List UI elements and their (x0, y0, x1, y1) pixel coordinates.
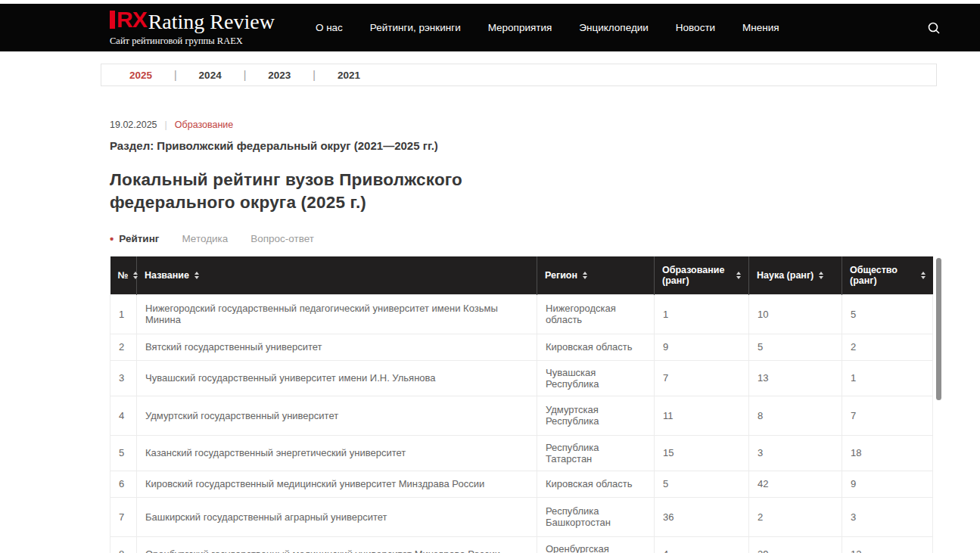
cell-region: Оренбургская область (537, 536, 655, 553)
table-row: 1Нижегородский государственный педагогич… (110, 294, 933, 334)
cell-edu: 15 (655, 435, 749, 471)
cell-science: 3 (749, 435, 842, 471)
cell-num: 3 (110, 360, 137, 396)
logo-name: Rating Review (148, 11, 275, 33)
cell-society: 1 (842, 360, 933, 396)
year-tab-bar: 2025|2024|2023|2021 (101, 64, 937, 86)
col-label: Регион (545, 270, 577, 281)
col-header-education[interactable]: Образование (ранг) (655, 256, 749, 294)
sort-icon[interactable] (583, 272, 587, 279)
cell-name: Оренбургский государственный медицинский… (137, 536, 537, 553)
nav-item[interactable]: Мнения (742, 22, 779, 33)
cell-region: Республика Башкортостан (537, 497, 655, 536)
nav-item[interactable]: Мероприятия (488, 22, 552, 33)
col-header-region[interactable]: Регион (537, 256, 655, 294)
ranking-table-wrap: № Название Регион Образование (ранг) Нау… (110, 256, 932, 553)
table-row: 6Кировский государственный медицинский у… (110, 471, 933, 497)
cell-region: Кировская область (537, 334, 655, 360)
search-button[interactable] (927, 21, 941, 35)
cell-num: 6 (110, 471, 137, 497)
cell-region: Удмуртская Республика (537, 396, 655, 435)
cell-society: 5 (842, 294, 933, 334)
col-header-science[interactable]: Наука (ранг) (749, 256, 842, 294)
category-link[interactable]: Образование (175, 120, 233, 130)
year-tab-2025[interactable]: 2025 (112, 70, 170, 81)
sort-icon[interactable] (819, 272, 823, 279)
article-tab-2[interactable]: Методика (182, 233, 228, 244)
year-divider: | (174, 69, 177, 81)
article-tabs: •РейтингМетодикаВопрос-ответ (110, 233, 937, 244)
nav-item[interactable]: Новости (676, 22, 715, 33)
sort-icon[interactable] (133, 272, 138, 279)
cell-region: Кировская область (537, 471, 655, 497)
table-row: 3Чувашский государственный университет и… (110, 360, 933, 396)
table-row: 5Казанский государственный энергетически… (110, 435, 933, 471)
col-label: Общество (ранг) (850, 265, 916, 286)
cell-name: Удмуртский государственный университет (137, 396, 537, 435)
year-divider: | (244, 69, 247, 81)
cell-region: Чувашская Республика (537, 360, 655, 396)
cell-num: 8 (110, 536, 137, 553)
sort-icon[interactable] (736, 272, 741, 279)
meta-divider: | (165, 120, 167, 130)
table-row: 4Удмуртский государственный университетУ… (110, 396, 933, 435)
publish-date: 19.02.2025 (110, 120, 157, 130)
logo-subtitle: Сайт рейтинговой группы RAEX (110, 36, 275, 47)
article-tab-1[interactable]: •Рейтинг (110, 233, 159, 244)
cell-edu: 7 (655, 360, 749, 396)
cell-region: Республика Татарстан (537, 435, 655, 471)
ranking-table: № Название Регион Образование (ранг) Нау… (110, 256, 933, 553)
cell-edu: 1 (655, 294, 749, 334)
site-logo[interactable]: RX Rating Review Сайт рейтинговой группы… (110, 8, 275, 47)
cell-science: 39 (749, 536, 842, 553)
nav-item[interactable]: О нас (316, 22, 343, 33)
article-tab-label: Рейтинг (119, 233, 159, 244)
site-header: RX Rating Review Сайт рейтинговой группы… (0, 4, 980, 51)
section-line: Раздел: Приволжский федеральный округ (2… (110, 139, 937, 152)
table-row: 7Башкирский государственный аграрный уни… (110, 497, 933, 536)
nav-item[interactable]: Рейтинги, рэнкинги (370, 22, 461, 33)
cell-edu: 9 (655, 334, 749, 360)
table-scrollbar[interactable] (936, 258, 941, 400)
col-label: Образование (ранг) (662, 265, 731, 286)
cell-edu: 11 (655, 396, 749, 435)
cell-name: Чувашский государственный университет им… (137, 360, 537, 396)
cell-science: 2 (749, 497, 842, 536)
cell-num: 7 (110, 497, 137, 536)
cell-science: 42 (749, 471, 842, 497)
sort-icon[interactable] (194, 272, 199, 279)
cell-science: 5 (749, 334, 842, 360)
cell-society: 2 (842, 334, 933, 360)
cell-society: 12 (842, 536, 933, 553)
active-tab-bullet-icon: • (110, 233, 114, 244)
cell-edu: 36 (655, 497, 749, 536)
main-nav: О насРейтинги, рэнкингиМероприятияЭнцикл… (316, 22, 779, 33)
cell-num: 1 (110, 294, 137, 334)
year-tab-2021[interactable]: 2021 (320, 70, 378, 81)
article-tab-3[interactable]: Вопрос-ответ (250, 233, 314, 244)
article-tab-label: Вопрос-ответ (250, 233, 314, 244)
year-tab-2023[interactable]: 2023 (250, 70, 308, 81)
col-header-society[interactable]: Общество (ранг) (842, 256, 933, 294)
table-body: 1Нижегородский государственный педагогич… (110, 294, 933, 553)
cell-society: 9 (842, 471, 933, 497)
col-header-num[interactable]: № (110, 256, 137, 294)
page-title: Локальный рейтинг вузов Приволжского фед… (110, 169, 473, 213)
cell-region: Нижегородская область (537, 294, 655, 334)
year-tab-2024[interactable]: 2024 (182, 70, 239, 81)
cell-science: 13 (749, 360, 842, 396)
cell-science: 10 (749, 294, 842, 334)
cell-num: 4 (110, 396, 137, 435)
search-icon (927, 21, 941, 35)
col-label: Наука (ранг) (757, 270, 814, 281)
logo-top: RX Rating Review (110, 8, 275, 33)
cell-society: 3 (842, 497, 933, 536)
col-header-name[interactable]: Название (137, 256, 537, 294)
cell-num: 5 (110, 435, 137, 471)
sort-icon[interactable] (921, 272, 926, 279)
nav-item[interactable]: Энциклопедии (579, 22, 649, 33)
table-row: 8Оренбургский государственный медицински… (110, 536, 933, 553)
table-header: № Название Регион Образование (ранг) Нау… (110, 256, 933, 294)
col-label: Название (145, 270, 189, 281)
cell-num: 2 (110, 334, 137, 360)
